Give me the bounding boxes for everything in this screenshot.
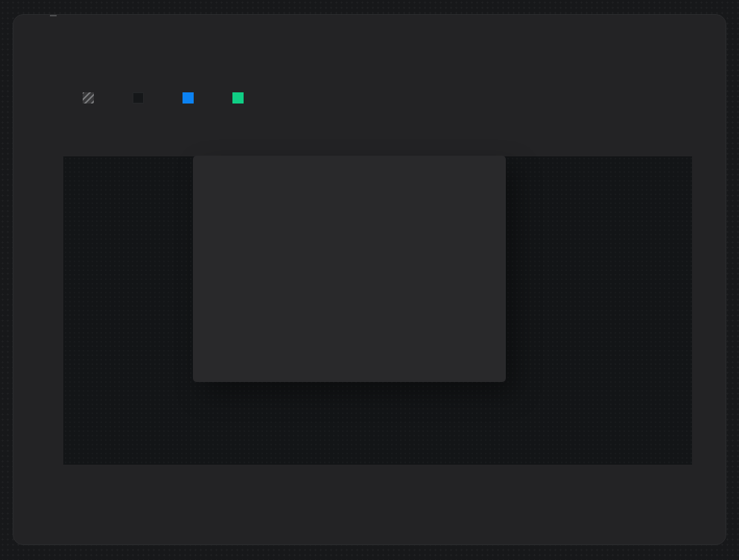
used-dash-icon [220, 261, 239, 264]
striped-swatch-icon [83, 92, 94, 104]
cached-dash-icon [220, 303, 239, 307]
legend-item-used[interactable] [183, 92, 200, 104]
chart-legend [51, 92, 696, 104]
tooltip-row-cached [220, 284, 475, 326]
legend-item-endpoint-inactive[interactable] [83, 92, 101, 104]
tooltip-row-allocated [220, 199, 475, 241]
cached-swatch-icon [232, 92, 244, 104]
chart-tooltip [193, 156, 506, 382]
tooltip-row-used [220, 241, 475, 284]
page-background: { "card": { "title": "RAM" }, "legend": … [0, 0, 739, 560]
y-axis-tick-0 [22, 15, 57, 16]
ram-metrics-card [13, 14, 726, 545]
allocated-swatch-icon [133, 92, 144, 104]
used-swatch-icon [183, 92, 194, 104]
legend-item-allocated[interactable] [133, 92, 150, 104]
tick-dash [50, 15, 57, 16]
legend-item-cached[interactable] [232, 92, 250, 104]
